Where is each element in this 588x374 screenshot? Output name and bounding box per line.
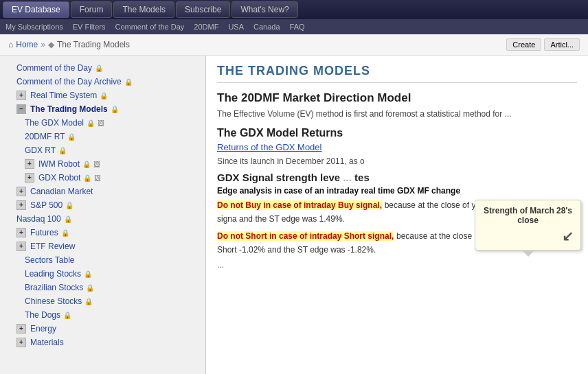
20dmf-rt-label: 20DMF RT xyxy=(25,132,65,141)
expander-energy[interactable]: + xyxy=(16,324,26,334)
expander-futures[interactable]: + xyxy=(16,228,26,237)
sp500-label: S&P 500 xyxy=(30,200,63,210)
sidebar-item-futures[interactable]: + Futures 🔒 xyxy=(0,226,205,239)
sidebar-item-gdx-robot[interactable]: + GDX Robot 🔒 🖼 xyxy=(0,171,205,185)
img-icon-0: 🖼 xyxy=(98,119,104,127)
page-title: THE TRADING MODELS xyxy=(217,64,577,83)
lock-icon-5: 🔒 xyxy=(67,133,76,141)
sidebar-item-canadian-market[interactable]: + Canadian Market xyxy=(0,185,205,198)
materials-label: Materials xyxy=(30,338,64,347)
home-icon: ⌂ xyxy=(8,40,13,49)
sectors-table-label: Sectors Table xyxy=(25,255,75,265)
the-dogs-label: The Dogs xyxy=(25,310,60,320)
leading-stocks-label: Leading Stocks xyxy=(25,269,81,279)
sub-nav-canada[interactable]: Canada xyxy=(253,23,280,31)
sub-nav: My Subscriptions EV Filters Comment of t… xyxy=(0,19,588,34)
sidebar-item-real-time-system[interactable]: + Real Time System 🔒 xyxy=(0,89,205,102)
expander-etf[interactable]: + xyxy=(16,242,26,251)
section1-title: The 20DMF Market Direction Model xyxy=(217,91,577,105)
lock-icon-7: 🔒 xyxy=(82,161,91,168)
sub-nav-20dmf[interactable]: 20DMF xyxy=(194,23,218,31)
expander-materials[interactable]: + xyxy=(16,338,26,347)
futures-label: Futures xyxy=(30,228,58,237)
sub-nav-usa[interactable]: USA xyxy=(228,23,244,31)
edge-analysis-label: Edge analysis in case of an intraday rea… xyxy=(217,186,577,196)
sidebar-item-brazilian-stocks[interactable]: Brazilian Stocks 🔒 xyxy=(0,281,205,294)
breadcrumb-diamond: ◆ xyxy=(48,40,54,49)
real-time-label: Real Time System xyxy=(30,91,97,100)
sidebar-item-etf-review[interactable]: + ETF Review xyxy=(0,239,205,253)
expander-gdx-robot[interactable]: + xyxy=(25,173,34,183)
top-nav-item-ev-database[interactable]: EV Database xyxy=(3,1,69,18)
sidebar-item-gdx-model[interactable]: The GDX Model 🔒 🖼 xyxy=(0,116,205,130)
gdx-rt-label: GDX RT xyxy=(25,145,56,155)
expander-real-time[interactable]: + xyxy=(16,91,26,100)
sidebar-item-chinese-stocks[interactable]: Chinese Stocks 🔒 xyxy=(0,294,205,308)
signal-title-suffix: tes xyxy=(354,172,370,183)
sub-nav-faq[interactable]: FAQ xyxy=(290,23,305,31)
canadian-market-label: Canadian Market xyxy=(30,187,93,196)
gdx-returns-title: The GDX Model Returns xyxy=(217,127,577,139)
sidebar-item-iwm-robot[interactable]: + IWM Robot 🔒 🖼 xyxy=(0,157,205,171)
expander-iwm-robot[interactable]: + xyxy=(25,159,34,169)
expander-canadian[interactable]: + xyxy=(16,187,26,196)
breadcrumb-left: ⌂ Home » ◆ The Trading Models xyxy=(8,40,130,49)
sidebar: Comment of the Day 🔒 Comment of the Day … xyxy=(0,56,206,374)
sidebar-item-the-dogs[interactable]: The Dogs 🔒 xyxy=(0,308,205,322)
breadcrumb-current: The Trading Models xyxy=(57,40,130,49)
lock-icon-0: 🔒 xyxy=(95,65,103,72)
gdx-returns-text: Since its launch in December 2011, as o xyxy=(217,156,577,166)
sidebar-item-nasdaq100[interactable]: Nasdaq 100 🔒 xyxy=(0,212,205,226)
gdx-section: The GDX Model Returns Returns of the GDX… xyxy=(217,127,577,166)
breadcrumb-actions: Create Articl... xyxy=(506,38,580,51)
article-button[interactable]: Articl... xyxy=(544,38,580,51)
sidebar-item-comment-day[interactable]: Comment of the Day 🔒 xyxy=(0,61,205,75)
sidebar-item-leading-stocks[interactable]: Leading Stocks 🔒 xyxy=(0,267,205,281)
gdx-model-label: The GDX Model xyxy=(25,118,84,128)
lock-icon-11: 🔒 xyxy=(64,215,72,223)
section1-text: The Effective Volume (EV) method is firs… xyxy=(217,109,577,119)
brazilian-stocks-label: Brazilian Stocks xyxy=(25,283,83,292)
expander-trading-models[interactable]: − xyxy=(16,104,26,114)
nasdaq100-label: Nasdaq 100 xyxy=(16,214,61,224)
callout-tooltip: Strength of March 28's close ↙ xyxy=(475,200,581,250)
chinese-stocks-label: Chinese Stocks xyxy=(25,296,82,306)
sub-nav-comment-day[interactable]: Comment of the Day xyxy=(115,23,184,31)
trading-models-label: The Trading Models xyxy=(30,104,108,114)
lock-icon-2: 🔒 xyxy=(100,92,108,100)
lock-icon-8: 🔒 xyxy=(83,174,91,182)
sidebar-item-20dmf-rt[interactable]: 20DMF RT 🔒 xyxy=(0,130,205,143)
top-nav: EV Database Forum The Models Subscribe W… xyxy=(0,0,588,19)
callout-text: Strength of March 28's close xyxy=(484,206,572,225)
sub-nav-my-subscriptions[interactable]: My Subscriptions xyxy=(5,23,63,31)
top-nav-item-whatsnew[interactable]: What's New? xyxy=(231,1,297,18)
sidebar-item-materials[interactable]: + Materials xyxy=(0,336,205,349)
lock-icon-6: 🔒 xyxy=(58,147,67,154)
lock-icon-1: 🔒 xyxy=(124,78,133,86)
highlight1-prefix: Do not Buy in case of intraday Buy signa… xyxy=(217,200,382,210)
top-nav-item-forum[interactable]: Forum xyxy=(71,1,113,18)
signal-strength-title: GDX Signal strength leve ... tes xyxy=(217,172,577,183)
create-button[interactable]: Create xyxy=(506,38,541,51)
etf-review-label: ETF Review xyxy=(30,242,75,251)
lock-icon-10: 🔒 xyxy=(65,202,74,209)
top-nav-item-subscribe[interactable]: Subscribe xyxy=(176,1,230,18)
sidebar-item-sp500[interactable]: + S&P 500 🔒 xyxy=(0,198,205,212)
highlight2-prefix: Do not Short in case of intraday Short s… xyxy=(217,231,394,241)
energy-label: Energy xyxy=(30,324,56,334)
lock-icon-18: 🔒 xyxy=(63,312,71,319)
sidebar-item-sectors-table[interactable]: Sectors Table xyxy=(0,253,205,267)
breadcrumb-home-link[interactable]: Home xyxy=(16,40,38,49)
img-icon-2: 🖼 xyxy=(94,174,101,182)
sidebar-item-comment-archive[interactable]: Comment of the Day Archive 🔒 xyxy=(0,75,205,89)
gdx-returns-link[interactable]: Returns of the GDX Model xyxy=(217,142,577,152)
lock-icon-17: 🔒 xyxy=(84,298,93,305)
sidebar-item-trading-models[interactable]: − The Trading Models 🔒 xyxy=(0,102,205,116)
sidebar-item-gdx-rt[interactable]: GDX RT 🔒 xyxy=(0,143,205,157)
sidebar-item-energy[interactable]: + Energy xyxy=(0,322,205,336)
callout-arrow-icon: ↙ xyxy=(482,228,574,244)
sub-nav-ev-filters[interactable]: EV Filters xyxy=(73,23,106,31)
breadcrumb-separator: » xyxy=(41,40,45,49)
expander-sp500[interactable]: + xyxy=(16,200,26,210)
top-nav-item-models[interactable]: The Models xyxy=(113,1,174,18)
